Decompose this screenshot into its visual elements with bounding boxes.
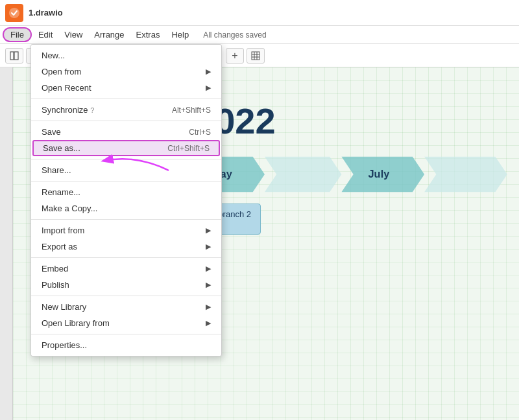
menu-save[interactable]: Save Ctrl+S xyxy=(31,124,221,140)
arrow-icon: ▶ xyxy=(206,281,211,289)
sep-6 xyxy=(31,257,221,258)
menu-bar: File Edit View Arrange Extras Help All c… xyxy=(0,26,519,44)
shortcut-sync: Alt+Shift+S xyxy=(172,106,211,115)
menu-edit[interactable]: Edit xyxy=(33,28,58,41)
menu-embed[interactable]: Embed ▶ xyxy=(31,261,221,277)
svg-rect-8 xyxy=(252,52,260,60)
menu-open-from[interactable]: Open from ▶ xyxy=(31,64,221,80)
window-title: 1.drawio xyxy=(29,8,63,18)
menu-save-as[interactable]: Save as... Ctrl+Shift+S xyxy=(32,140,220,156)
menu-new[interactable]: New... xyxy=(31,47,221,64)
arrow-icon: ▶ xyxy=(206,84,211,92)
menu-open-recent[interactable]: Open Recent ▶ xyxy=(31,80,221,96)
file-dropdown: New... Open from ▶ Open Recent ▶ Synchro… xyxy=(30,44,222,356)
arrow-icon: ▶ xyxy=(206,264,211,273)
menu-extras[interactable]: Extras xyxy=(131,28,165,41)
menu-synchronize[interactable]: Synchronize ? Alt+Shift+S xyxy=(31,102,221,118)
arrow-icon: ▶ xyxy=(206,319,211,327)
menu-new-library[interactable]: New Library ▶ xyxy=(31,299,221,315)
table-btn[interactable] xyxy=(247,48,265,64)
left-panel xyxy=(0,67,13,420)
sep-5 xyxy=(31,219,221,220)
sep-3 xyxy=(31,159,221,159)
arrow-icon: ▶ xyxy=(206,242,211,251)
arrow-icon: ▶ xyxy=(206,226,211,235)
menu-share[interactable]: Share... xyxy=(31,162,221,178)
sep-8 xyxy=(31,334,221,334)
sep-2 xyxy=(31,121,221,121)
svg-rect-1 xyxy=(14,52,18,60)
sep-7 xyxy=(31,296,221,296)
menu-help[interactable]: Help xyxy=(166,28,194,41)
menu-properties[interactable]: Properties... xyxy=(31,337,221,353)
arrow-icon: ▶ xyxy=(206,303,211,311)
menu-arrange[interactable]: Arrange xyxy=(89,28,129,41)
svg-marker-20 xyxy=(424,157,507,192)
svg-marker-17 xyxy=(265,157,342,192)
title-bar: 1.drawio xyxy=(0,0,519,26)
menu-rename[interactable]: Rename... xyxy=(31,184,221,200)
sep-4 xyxy=(31,181,221,181)
panel-toggle-btn[interactable] xyxy=(5,48,23,64)
add-btn[interactable]: + xyxy=(226,48,244,64)
shortcut-save-as: Ctrl+Shift+S xyxy=(167,144,210,153)
save-status: All changes saved xyxy=(203,30,266,40)
menu-open-library[interactable]: Open Library from ▶ xyxy=(31,315,221,331)
sep-1 xyxy=(31,99,221,99)
menu-make-copy[interactable]: Make a Copy... xyxy=(31,200,221,216)
shortcut-save: Ctrl+S xyxy=(189,128,211,137)
svg-text:July: July xyxy=(368,168,391,180)
menu-view[interactable]: View xyxy=(59,28,88,41)
menu-export-as[interactable]: Export as ▶ xyxy=(31,239,221,255)
menu-import-from[interactable]: Import from ▶ xyxy=(31,222,221,239)
menu-file[interactable]: File xyxy=(3,27,32,42)
menu-publish[interactable]: Publish ▶ xyxy=(31,277,221,293)
app-logo xyxy=(5,4,23,22)
svg-rect-0 xyxy=(10,52,14,60)
arrow-icon: ▶ xyxy=(206,67,211,76)
